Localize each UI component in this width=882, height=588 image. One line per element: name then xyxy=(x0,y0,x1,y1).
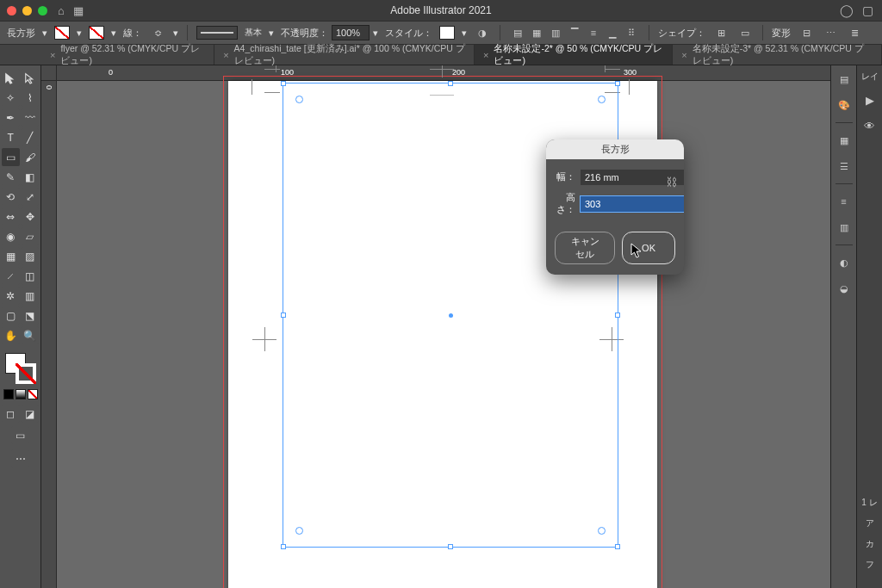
maximize-window-icon[interactable] xyxy=(38,6,47,15)
shape-more-icon[interactable]: ▭ xyxy=(736,25,754,40)
scale-tool[interactable]: ⤢ xyxy=(22,188,40,206)
panel-char-ka[interactable]: カ xyxy=(866,538,874,550)
doc-tab[interactable]: ×名称未設定-3* @ 52.31 % (CMYK/CPU プレビュー) xyxy=(673,45,882,65)
dropdown-icon[interactable]: ▾ xyxy=(111,28,116,39)
transform-label[interactable]: 変形 xyxy=(772,27,791,40)
height-input[interactable] xyxy=(581,196,684,212)
symbol-sprayer-tool[interactable]: ✲ xyxy=(2,287,20,305)
brushes-panel-icon[interactable]: ☰ xyxy=(835,158,853,175)
fill-swatch[interactable] xyxy=(54,26,70,40)
constrain-proportions-icon[interactable]: ⛓ xyxy=(666,176,677,189)
align-right-icon[interactable]: ▥ xyxy=(547,25,564,40)
ruler-vertical[interactable]: 0 xyxy=(41,81,57,588)
shape-expand-icon[interactable]: ⊞ xyxy=(712,25,730,40)
canvas[interactable]: 長方形 幅： 高さ： ⛓ キャンセル OK xyxy=(57,81,830,588)
dropdown-icon[interactable]: ▾ xyxy=(269,28,274,39)
artboard-tool[interactable]: ▢ xyxy=(2,306,20,325)
color-mode-solid[interactable] xyxy=(3,389,14,399)
distribute-icon[interactable]: ⠿ xyxy=(623,25,640,40)
draw-normal-icon[interactable]: ◻ xyxy=(2,405,20,423)
dropdown-icon[interactable]: ▾ xyxy=(373,28,378,39)
eyedropper-tool[interactable]: ⟋ xyxy=(2,267,20,285)
color-mode-none[interactable] xyxy=(28,389,38,399)
isolate-icon[interactable]: ⊟ xyxy=(798,25,815,40)
selection-tool[interactable] xyxy=(2,69,20,87)
fill-stroke-indicator[interactable] xyxy=(3,351,38,386)
more-options-icon[interactable]: ⋯ xyxy=(822,25,839,40)
ruler-horizontal[interactable]: 0 100 200 300 xyxy=(57,65,830,81)
close-tab-icon[interactable]: × xyxy=(483,50,488,60)
align-left-icon[interactable]: ▤ xyxy=(509,25,526,40)
pen-tool[interactable]: ✒ xyxy=(2,108,20,127)
recolor-icon[interactable]: ◑ xyxy=(474,25,491,40)
zoom-tool[interactable]: 🔍 xyxy=(22,326,40,344)
gradient-panel-icon[interactable]: ▥ xyxy=(835,219,853,236)
user-icon[interactable]: ◯ xyxy=(840,3,854,17)
ok-button[interactable]: OK xyxy=(622,232,675,264)
doc-tab[interactable]: ×flyer @ 52.31 % (CMYK/CPU プレビュー) xyxy=(41,45,214,65)
ruler-origin[interactable] xyxy=(41,65,57,81)
shape-builder-tool[interactable]: ◉ xyxy=(2,227,20,245)
graph-tool[interactable]: ▥ xyxy=(22,287,40,305)
align-center-icon[interactable]: ▦ xyxy=(528,25,545,40)
stroke-panel-icon[interactable]: ≡ xyxy=(835,193,853,210)
layers-panel-tab[interactable]: レイ xyxy=(861,71,879,83)
close-tab-icon[interactable]: × xyxy=(223,50,228,60)
visibility-icon[interactable]: 👁 xyxy=(861,117,879,134)
curvature-tool[interactable]: 〰 xyxy=(22,108,40,127)
line-tool[interactable]: ╱ xyxy=(22,128,40,146)
menu-grid-icon[interactable]: ▦ xyxy=(73,4,82,17)
dropdown-icon[interactable]: ▾ xyxy=(173,28,178,39)
color-panel-icon[interactable]: 🎨 xyxy=(835,96,853,114)
magic-wand-tool[interactable]: ✧ xyxy=(2,89,20,107)
eraser-tool[interactable]: ◧ xyxy=(22,168,40,186)
transparency-panel-icon[interactable]: ◐ xyxy=(835,254,853,271)
direct-selection-tool[interactable] xyxy=(22,69,40,87)
doc-tab[interactable]: ×A4_chirashi_tate [更新済み].ai* @ 100 % (CM… xyxy=(214,45,475,65)
shaper-tool[interactable]: ✎ xyxy=(2,168,20,186)
gradient-tool[interactable]: ▨ xyxy=(22,247,40,265)
align-mid-icon[interactable]: ≡ xyxy=(585,25,602,40)
panel-char-a[interactable]: ア xyxy=(866,517,874,529)
panel-char-fu[interactable]: フ xyxy=(866,559,874,571)
lasso-tool[interactable]: ⌇ xyxy=(22,89,40,107)
opacity-input[interactable] xyxy=(332,25,370,40)
arrange-icon[interactable]: ▢ xyxy=(862,3,873,17)
layers-toggle-icon[interactable]: ▶ xyxy=(861,91,879,108)
edit-toolbar-icon[interactable]: ⋯ xyxy=(11,449,29,467)
blend-tool[interactable]: ◫ xyxy=(22,267,40,285)
draw-behind-icon[interactable]: ◪ xyxy=(22,405,40,423)
home-icon[interactable]: ⌂ xyxy=(58,4,65,17)
cancel-button[interactable]: キャンセル xyxy=(555,232,615,264)
hand-tool[interactable]: ✋ xyxy=(2,326,20,344)
minimize-window-icon[interactable] xyxy=(22,6,32,15)
stroke-swatch[interactable] xyxy=(89,26,104,40)
slice-tool[interactable]: ⬔ xyxy=(22,306,40,325)
properties-panel-icon[interactable]: ▤ xyxy=(835,71,853,88)
appearance-panel-icon[interactable]: ◒ xyxy=(835,280,853,297)
close-tab-icon[interactable]: × xyxy=(681,50,686,60)
type-tool[interactable]: T xyxy=(2,128,20,146)
align-bottom-icon[interactable]: ▁ xyxy=(604,25,621,40)
paintbrush-tool[interactable]: 🖌 xyxy=(22,148,40,166)
close-window-icon[interactable] xyxy=(7,6,16,15)
align-top-icon[interactable]: ▔ xyxy=(566,25,583,40)
mesh-tool[interactable]: ▦ xyxy=(2,247,20,265)
dropdown-icon[interactable]: ▾ xyxy=(42,28,47,39)
panel-menu-icon[interactable]: ≣ xyxy=(846,25,863,40)
dropdown-icon[interactable]: ▾ xyxy=(462,28,467,39)
screen-mode-icon[interactable]: ▭ xyxy=(11,426,29,444)
close-tab-icon[interactable]: × xyxy=(50,50,55,60)
rectangle-tool[interactable]: ▭ xyxy=(2,148,20,166)
stroke-weight-stepper[interactable]: ≎ xyxy=(149,25,166,40)
perspective-tool[interactable]: ▱ xyxy=(22,227,40,245)
free-transform-tool[interactable]: ✥ xyxy=(22,207,40,226)
stroke-indicator[interactable] xyxy=(16,363,36,384)
swatches-panel-icon[interactable]: ▦ xyxy=(835,132,853,149)
width-tool[interactable]: ⇔ xyxy=(2,207,20,226)
doc-tab[interactable]: ×名称未設定-2* @ 50 % (CMYK/CPU プレビュー) xyxy=(475,45,673,65)
dropdown-icon[interactable]: ▾ xyxy=(77,28,82,39)
stroke-profile-preview[interactable] xyxy=(196,26,238,40)
style-swatch[interactable] xyxy=(439,26,455,40)
rotate-tool[interactable]: ⟲ xyxy=(2,188,20,206)
